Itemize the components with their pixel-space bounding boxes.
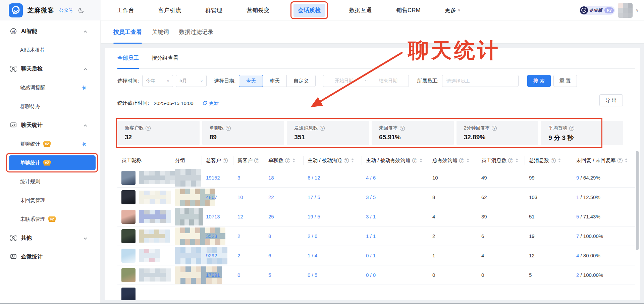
col-header-总消息数[interactable]: 总消息数? (525, 153, 572, 168)
staff-select-input[interactable] (442, 75, 519, 87)
sidebar-item-AI话术推荐[interactable]: AI话术推荐 (0, 41, 100, 59)
chevron-down-icon[interactable] (83, 236, 88, 240)
col-header-总有效沟通[interactable]: 总有效沟通? (428, 153, 477, 168)
value-cell[interactable]: 4 / 6 (362, 168, 428, 188)
vertical-scrollbar-thumb[interactable] (636, 151, 639, 250)
value-cell[interactable]: 2 / 6 (304, 226, 362, 246)
value-cell[interactable]: 8 (264, 226, 304, 246)
value-cell[interactable]: 19 / 5 (304, 207, 362, 226)
official-account-link[interactable]: 公众号 (59, 7, 73, 13)
value-cell[interactable]: 18 (264, 168, 304, 188)
value-cell[interactable]: 12 (233, 207, 264, 226)
user-menu-chevron-down-icon[interactable]: ∨ (636, 8, 639, 13)
col-header-员工昵称[interactable]: 员工昵称 (117, 153, 171, 168)
value-cell[interactable]: 5 (264, 265, 304, 285)
employee-name-cell[interactable] (117, 285, 171, 301)
value-cell[interactable]: 3 / 5 (362, 188, 428, 207)
question-circle-icon[interactable]: ? (226, 126, 231, 131)
nav-item-3[interactable]: 群管理 (205, 6, 222, 14)
search-button[interactable]: 搜 索 (527, 75, 551, 87)
value-cell[interactable]: 17 / 5 (304, 188, 362, 207)
question-circle-icon[interactable]: ? (254, 158, 259, 163)
col-header-单聊数[interactable]: 单聊数? (264, 153, 304, 168)
nav-item-4[interactable]: 营销裂变 (247, 6, 269, 14)
value-cell[interactable]: 2 (233, 226, 264, 246)
question-circle-icon[interactable]: ? (569, 126, 574, 131)
value-cell[interactable]: 25 (264, 207, 304, 226)
sort-carets-icon[interactable] (351, 158, 354, 162)
value-cell[interactable]: 6 (264, 246, 304, 265)
employee-name-cell[interactable] (117, 207, 171, 226)
value-cell[interactable]: 0 / 5 (304, 265, 362, 285)
sort-carets-icon[interactable] (625, 158, 628, 162)
question-circle-icon[interactable]: ? (223, 158, 228, 163)
nav-item-1[interactable]: 工作台 (117, 6, 134, 14)
value-cell[interactable]: 10713 (202, 207, 233, 226)
value-cell[interactable]: 2 (233, 246, 264, 265)
nav-item-7[interactable]: 销售CRM (396, 6, 421, 14)
employee-name-cell[interactable] (117, 226, 171, 246)
question-circle-icon[interactable]: ? (320, 126, 325, 131)
value-cell[interactable]: 22 (264, 188, 304, 207)
col-header-未回复 / 未回复率[interactable]: 未回复 / 未回复率? (572, 153, 635, 168)
chevron-up-icon[interactable] (83, 67, 88, 71)
question-circle-icon[interactable]: ? (508, 158, 513, 163)
col-header-主动 / 被动有效沟通[interactable]: 主动 / 被动有效沟通? (362, 153, 428, 168)
value-cell[interactable]: 0 / 1 (362, 246, 428, 265)
employee-name-cell[interactable] (117, 246, 171, 265)
sidebar-group-其他[interactable]: 其他 (0, 229, 100, 247)
col-header-主动 / 被动沟通[interactable]: 主动 / 被动沟通? (304, 153, 362, 168)
nav-item-2[interactable]: 客户引流 (158, 6, 181, 14)
value-cell[interactable]: 19152 (202, 168, 233, 188)
col-header-员工消息数[interactable]: 员工消息数? (477, 153, 525, 168)
question-circle-icon[interactable]: ? (492, 126, 497, 131)
date-range-picker[interactable]: 开始日期 ~ 结束日期 (323, 75, 409, 87)
value-cell[interactable]: 0 (233, 265, 264, 285)
sidebar-group-企微统计[interactable]: 企微统计 (0, 247, 100, 266)
subtab-按分组查看[interactable]: 按分组查看 (152, 48, 178, 69)
question-circle-icon[interactable]: ? (618, 158, 623, 163)
sort-carets-icon[interactable] (467, 158, 469, 162)
value-cell[interactable]: 0 / 0 (362, 265, 428, 285)
month-select[interactable]: 5月 ∨ (176, 75, 207, 87)
sidebar-item-群聊统计[interactable]: 群聊统计v2★ (0, 135, 100, 153)
col-header-总客户[interactable]: 总客户? (202, 153, 233, 168)
question-circle-icon[interactable]: ? (344, 158, 349, 163)
year-select[interactable]: 今年 ∨ (142, 75, 173, 87)
value-cell[interactable]: 10 (233, 188, 264, 207)
date-button-自定义[interactable]: 自定义 (286, 75, 316, 87)
sidebar-item-统计规则[interactable]: 统计规则 (0, 172, 100, 191)
question-circle-icon[interactable]: ? (146, 126, 151, 131)
value-cell[interactable]: 6 / 12 (304, 168, 362, 188)
employee-name-cell[interactable] (117, 168, 171, 188)
reset-button[interactable]: 重 置 (553, 75, 577, 87)
chevron-up-icon[interactable] (83, 29, 88, 34)
value-cell[interactable]: 3 / 1 (362, 207, 428, 226)
date-button-今天[interactable]: 今天 (239, 75, 263, 87)
employee-name-cell[interactable] (117, 188, 171, 207)
sidebar-group-AI智能[interactable]: AiAI智能 (0, 22, 100, 41)
date-button-昨天[interactable]: 昨天 (263, 75, 287, 87)
chevron-up-icon[interactable] (83, 123, 88, 128)
sidebar-group-聊天统计[interactable]: 聊天统计 (0, 116, 100, 135)
refresh-link[interactable]: 更新 (202, 100, 219, 106)
nav-item-5[interactable]: 会话质检 (293, 4, 325, 17)
sidebar-item-敏感词提醒[interactable]: 敏感词提醒★ (0, 78, 100, 97)
col-header-新客户[interactable]: 新客户? (233, 153, 264, 168)
nav-item-6[interactable]: 数据互通 (349, 6, 372, 14)
value-cell[interactable]: 1 / 4 (304, 246, 362, 265)
question-circle-icon[interactable]: ? (551, 158, 556, 163)
subtab-全部员工[interactable]: 全部员工 (117, 48, 139, 69)
sidebar-item-未回复管理[interactable]: 未回复管理 (0, 191, 100, 210)
question-circle-icon[interactable]: ? (285, 158, 290, 163)
sidebar-item-群聊待办[interactable]: 群聊待办 (0, 97, 100, 116)
sort-carets-icon[interactable] (420, 158, 422, 162)
question-circle-icon[interactable]: ? (459, 158, 464, 163)
tab-按员工查看[interactable]: 按员工查看 (113, 20, 142, 44)
sidebar-item-未联系管理[interactable]: 未联系管理v2 (0, 210, 100, 229)
sort-carets-icon[interactable] (516, 158, 518, 162)
sort-carets-icon[interactable] (558, 158, 561, 162)
tab-关键词[interactable]: 关键词 (152, 20, 169, 44)
export-button[interactable]: 导 出 (599, 94, 623, 106)
sidebar-item-单聊统计[interactable]: 单聊统计v2 (0, 153, 100, 172)
